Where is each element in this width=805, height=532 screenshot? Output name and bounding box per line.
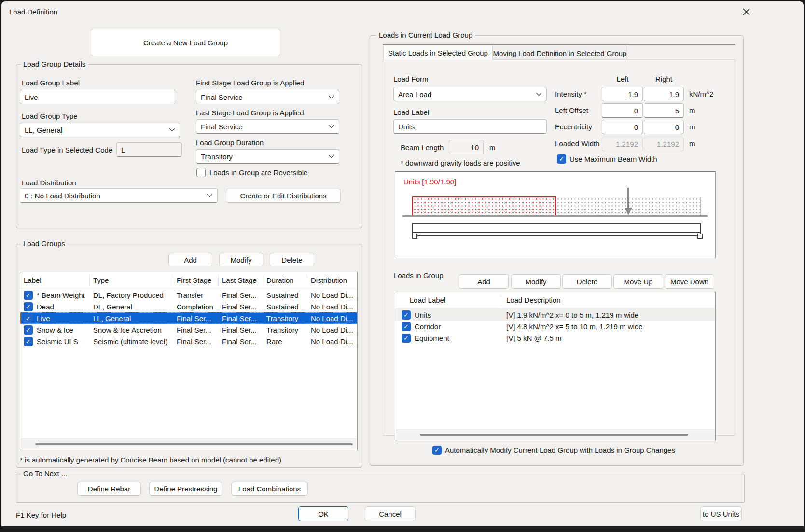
load-row[interactable]: Equipment [V] 5 kN @ 7.5 m	[395, 332, 715, 344]
row-checkbox[interactable]	[402, 322, 411, 331]
row-checkbox[interactable]	[24, 337, 33, 346]
load-group-type-select[interactable]: LL, General	[20, 123, 180, 137]
load-label-input[interactable]: Units	[393, 119, 547, 134]
last-stage-select[interactable]: Final Service	[196, 119, 339, 134]
load-groups-table-header: Label Type First Stage Last Stage Durati…	[20, 272, 357, 289]
load-distribution-select[interactable]: 0 : No Load Distribution	[20, 188, 218, 203]
beam-right-support	[697, 234, 703, 239]
table-row-selected[interactable]: Live LL, General Final Ser... Final Ser.…	[20, 312, 357, 324]
left-offset-unit: m	[689, 106, 695, 115]
last-stage-value: Final Service	[201, 123, 243, 131]
define-prestressing-button[interactable]: Define Prestressing	[149, 482, 222, 496]
diagram-load-label: Units [1.90/1.90]	[403, 178, 456, 186]
ok-button[interactable]: OK	[298, 506, 348, 521]
horizontal-scrollbar[interactable]	[396, 429, 715, 440]
close-button[interactable]	[737, 5, 755, 20]
table-row[interactable]: Dead DL, General Completion Final Ser...…	[20, 301, 357, 312]
row-checkbox[interactable]	[24, 325, 33, 335]
load-row[interactable]: Units [V] 1.9 kN/m^2 x= 0 to 5 m, 1.219 …	[395, 309, 715, 321]
first-stage-select[interactable]: Final Service	[196, 90, 339, 104]
load-type-in-code-value: L	[121, 146, 125, 154]
loads-move-down-button[interactable]: Move Down	[665, 274, 714, 289]
modify-label: Modify	[230, 256, 251, 264]
loads-in-current-group-title: Loads in Current Load Group	[376, 31, 475, 40]
column-right-header: Right	[644, 75, 684, 84]
load-groups-add-button[interactable]: Add	[168, 253, 212, 266]
eccentricity-right-input[interactable]: 0	[644, 120, 684, 134]
loads-reversible-checkbox[interactable]	[196, 168, 206, 177]
first-stage-label: First Stage Load Group is Applied	[196, 79, 304, 87]
load-distribution-value: 0 : No Load Distribution	[25, 192, 100, 200]
beam-length-field: 10	[449, 140, 484, 154]
table-row[interactable]: Snow & Ice Snow & Ice Accretion Final Se…	[20, 324, 357, 336]
tab-static-loads[interactable]: Static Loads in Selected Group	[383, 45, 493, 60]
beam-length-label: Beam Length	[401, 143, 444, 152]
col-type[interactable]: Type	[90, 275, 173, 286]
cancel-button[interactable]: Cancel	[365, 506, 416, 521]
cell-label: * Beam Weight	[37, 291, 85, 299]
row-checkbox[interactable]	[402, 310, 411, 320]
load-form-label: Load Form	[393, 75, 429, 84]
use-max-beam-width-label: Use Maximum Beam Width	[569, 155, 657, 164]
load-group-duration-select[interactable]: Transitory	[196, 149, 339, 164]
table-row[interactable]: Seismic ULS Seismic (ultimate level) Fin…	[20, 336, 357, 347]
loads-in-group-table: Load Label Load Description Units [V] 1.…	[395, 292, 716, 441]
load-row[interactable]: Corridor [V] 4.8 kN/m^2 x= 5 to 10 m, 1.…	[395, 321, 715, 332]
loads-table-header: Load Label Load Description	[395, 292, 715, 309]
row-checkbox[interactable]	[24, 302, 33, 311]
beam-left-support	[412, 234, 417, 239]
create-edit-distributions-label: Create or Edit Distributions	[240, 192, 326, 200]
load-groups-table: Label Type First Stage Last Stage Durati…	[20, 272, 358, 450]
loaded-width-right-field: 1.2192	[644, 137, 684, 151]
point-load-arrow-shaft	[627, 188, 629, 210]
row-checkbox[interactable]	[24, 291, 33, 300]
table-row[interactable]: * Beam Weight DL, Factory Produced Trans…	[20, 289, 357, 301]
diagram-red-load-region	[412, 196, 556, 216]
left-offset-left-input[interactable]: 0	[602, 103, 643, 118]
load-group-label-input[interactable]: Live	[20, 90, 175, 104]
left-offset-right-input[interactable]: 5	[644, 103, 684, 118]
load-groups-modify-button[interactable]: Modify	[219, 253, 263, 266]
load-form-select[interactable]: Area Load	[393, 87, 547, 101]
horizontal-scrollbar[interactable]	[21, 438, 357, 449]
cell-label: Seismic ULS	[37, 337, 78, 346]
use-max-beam-width-checkbox[interactable]	[557, 154, 566, 164]
f1-help-text: F1 Key for Help	[16, 511, 66, 519]
loads-delete-button[interactable]: Delete	[562, 274, 612, 289]
chevron-down-icon	[536, 92, 542, 96]
col-label[interactable]: Label	[20, 275, 90, 286]
beam-length-value: 10	[471, 143, 479, 152]
row-checkbox[interactable]	[24, 314, 33, 323]
load-preview-diagram: Units [1.90/1.90]	[395, 171, 716, 258]
scrollbar-thumb[interactable]	[35, 443, 353, 445]
col-duration[interactable]: Duration	[263, 275, 307, 286]
loads-move-up-button[interactable]: Move Up	[613, 274, 663, 289]
col-distribution[interactable]: Distribution	[307, 275, 357, 286]
first-stage-value: Final Service	[201, 93, 243, 101]
loaded-width-label: Loaded Width	[555, 140, 600, 148]
window-title: Load Definition	[9, 8, 57, 16]
define-rebar-button[interactable]: Define Rebar	[77, 482, 141, 496]
col-load-description[interactable]: Load Description	[501, 295, 715, 306]
col-load-label[interactable]: Load Label	[395, 295, 501, 306]
eccentricity-left-input[interactable]: 0	[602, 120, 643, 134]
intensity-left-input[interactable]: 1.9	[602, 87, 643, 101]
intensity-right-input[interactable]: 1.9	[644, 87, 684, 101]
loads-modify-button[interactable]: Modify	[511, 274, 561, 289]
create-new-load-group-button[interactable]: Create a New Load Group	[91, 29, 280, 56]
col-last-stage[interactable]: Last Stage	[219, 275, 263, 286]
chevron-down-icon	[328, 125, 334, 128]
auto-modify-checkbox[interactable]	[432, 446, 442, 455]
loads-add-button[interactable]: Add	[459, 274, 509, 289]
gravity-note: * downward gravity loads are positive	[401, 159, 520, 168]
to-us-units-button[interactable]: to US Units	[700, 506, 742, 521]
col-first-stage[interactable]: First Stage	[173, 275, 219, 286]
tab-moving-load[interactable]: Moving Load Definition in Selected Group	[493, 46, 627, 60]
load-groups-delete-button[interactable]: Delete	[270, 253, 314, 266]
tab-moving-load-label: Moving Load Definition in Selected Group	[493, 49, 627, 57]
create-edit-distributions-button[interactable]: Create or Edit Distributions	[226, 189, 341, 203]
load-combinations-button[interactable]: Load Combinations	[231, 482, 308, 496]
scrollbar-thumb[interactable]	[420, 434, 688, 436]
row-checkbox[interactable]	[402, 334, 411, 343]
dialog-body: Load Definition Create a New Load Group …	[1, 1, 804, 526]
